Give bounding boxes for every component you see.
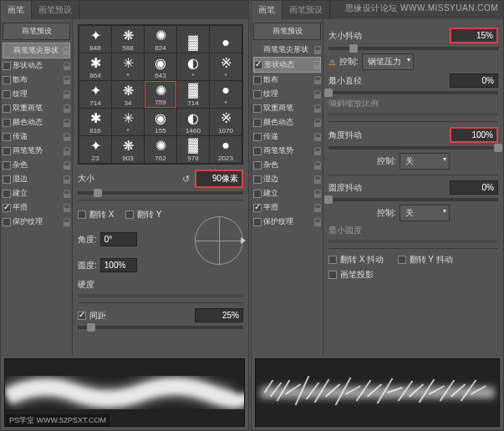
side-item-4[interactable]: 双重画笔	[3, 101, 70, 115]
side-checkbox[interactable]	[3, 147, 11, 155]
size-jitter-input[interactable]: 15%	[450, 28, 498, 43]
brush-cell[interactable]: ✺759	[145, 81, 176, 108]
side-checkbox[interactable]	[253, 190, 262, 198]
size-slider[interactable]	[78, 191, 243, 195]
brush-cell[interactable]: ✳*	[112, 109, 144, 135]
brush-cell[interactable]: ▓714	[177, 81, 209, 108]
side-checkbox[interactable]	[3, 133, 11, 141]
side-item-2[interactable]: 散布	[253, 73, 321, 87]
side-checkbox[interactable]	[3, 62, 11, 70]
brush-projection-checkbox[interactable]	[328, 271, 337, 279]
angle-input[interactable]: 0°	[100, 232, 137, 246]
side-checkbox[interactable]	[3, 175, 11, 184]
brush-cell[interactable]: ◉643	[145, 53, 176, 80]
side-item-6[interactable]: 传递	[253, 129, 321, 144]
flip-y-jitter-checkbox[interactable]	[398, 256, 406, 264]
angle-compass[interactable]	[195, 216, 243, 265]
control-off-select[interactable]: 关	[400, 153, 450, 170]
side-item-6[interactable]: 传递	[3, 129, 70, 144]
side-item-11[interactable]: 平滑	[253, 200, 321, 215]
tab-brush-presets-r[interactable]: 画笔预设	[283, 1, 330, 19]
size-jitter-slider[interactable]	[328, 47, 498, 50]
side-item-12[interactable]: 保护纹理	[3, 215, 70, 229]
flip-x-checkbox[interactable]	[78, 210, 86, 219]
brush-cell[interactable]: ❋903	[112, 136, 144, 163]
spacing-input[interactable]: 25%	[195, 308, 243, 322]
angle-jitter-input[interactable]: 100%	[450, 127, 498, 143]
side-checkbox[interactable]	[253, 119, 262, 127]
side-checkbox[interactable]	[253, 90, 262, 99]
side-item-12[interactable]: 保护纹理	[253, 215, 321, 229]
brush-cell[interactable]: ※1070	[210, 109, 242, 135]
side-item-9[interactable]: 湿边	[3, 172, 70, 186]
side-checkbox[interactable]	[253, 147, 262, 155]
brush-cell[interactable]: ●2023	[210, 136, 242, 163]
angle-jitter-slider[interactable]	[328, 146, 498, 150]
brush-cell[interactable]: ❋588	[112, 26, 144, 53]
side-checkbox[interactable]	[3, 190, 11, 198]
side-checkbox[interactable]	[253, 175, 262, 184]
side-checkbox[interactable]	[3, 218, 11, 226]
side-checkbox[interactable]	[253, 218, 262, 226]
brush-cell[interactable]: ❋34	[112, 81, 144, 108]
brush-presets-button-r[interactable]: 画笔预设	[253, 23, 321, 40]
side-item-5[interactable]: 颜色动态	[3, 115, 70, 129]
side-checkbox[interactable]	[253, 161, 262, 170]
side-item-7[interactable]: 画笔笔势	[3, 144, 70, 158]
roundness-input[interactable]: 100%	[100, 258, 137, 272]
side-item-11[interactable]: 平滑	[3, 200, 70, 215]
side-checkbox[interactable]	[3, 76, 11, 84]
side-item-1[interactable]: 形状动态	[253, 57, 321, 73]
flip-y-checkbox[interactable]	[125, 210, 134, 219]
side-item-9[interactable]: 湿边	[253, 172, 321, 186]
brush-cell[interactable]: ✳*	[112, 53, 144, 80]
brush-cell[interactable]: ▓978	[177, 136, 209, 163]
side-checkbox[interactable]	[3, 161, 11, 170]
side-item-3[interactable]: 纹理	[3, 87, 70, 101]
min-diameter-slider[interactable]	[328, 91, 498, 94]
side-item-5[interactable]: 颜色动态	[253, 115, 321, 129]
round-jitter-input[interactable]: 0%	[450, 180, 498, 195]
brush-cell[interactable]: ✱816	[79, 109, 111, 135]
brush-cell[interactable]: ✺824	[145, 26, 176, 53]
brush-cell[interactable]: ✺762	[145, 136, 176, 163]
side-checkbox[interactable]	[253, 133, 262, 141]
side-item-2[interactable]: 散布	[3, 73, 70, 87]
side-item-8[interactable]: 杂色	[253, 158, 321, 172]
side-item-4[interactable]: 双重画笔	[253, 101, 321, 115]
brush-cell[interactable]: ◉155	[145, 109, 176, 135]
side-item-7[interactable]: 画笔笔势	[253, 144, 321, 158]
brush-cell[interactable]: ●*	[210, 81, 242, 108]
spacing-slider[interactable]	[78, 326, 243, 329]
tab-brush-r[interactable]: 画笔	[252, 1, 283, 19]
reset-size-icon[interactable]: ↺	[180, 173, 191, 185]
brush-cell[interactable]: ✦714	[79, 81, 111, 108]
side-checkbox[interactable]	[3, 90, 11, 99]
brush-presets-button[interactable]: 画笔预设	[3, 23, 70, 40]
side-checkbox[interactable]	[3, 204, 11, 212]
side-item-10[interactable]: 建立	[3, 186, 70, 200]
brush-grid[interactable]: ✦848❋588✺824▓●✱864✳*◉643◐*※*✦714❋34✺759▓…	[78, 24, 243, 165]
side-checkbox[interactable]	[253, 76, 262, 84]
min-diameter-input[interactable]: 0%	[450, 74, 498, 88]
brush-cell[interactable]: ✦848	[79, 26, 111, 53]
side-item-10[interactable]: 建立	[253, 186, 321, 200]
control-off-select-2[interactable]: 关	[400, 205, 450, 221]
brush-cell[interactable]: ※*	[210, 53, 242, 80]
side-checkbox[interactable]	[3, 119, 11, 127]
side-item-0[interactable]: 画笔笔尖形状	[253, 43, 321, 57]
tab-brush[interactable]: 画笔	[1, 1, 32, 19]
side-item-1[interactable]: 形状动态	[3, 58, 70, 73]
brush-cell[interactable]: ◐1460	[177, 109, 209, 135]
side-checkbox[interactable]	[254, 61, 262, 69]
side-checkbox[interactable]	[253, 104, 262, 113]
side-item-8[interactable]: 杂色	[3, 158, 70, 172]
side-item-3[interactable]: 纹理	[253, 87, 321, 101]
spacing-checkbox[interactable]	[78, 312, 86, 320]
side-item-0[interactable]: 画笔笔尖形状	[3, 43, 70, 58]
side-checkbox[interactable]	[253, 204, 262, 212]
brush-cell[interactable]: ✦23	[79, 136, 111, 163]
round-jitter-slider[interactable]	[328, 198, 498, 201]
brush-cell[interactable]: ●	[210, 26, 242, 53]
size-input[interactable]: 90像素	[195, 170, 243, 188]
